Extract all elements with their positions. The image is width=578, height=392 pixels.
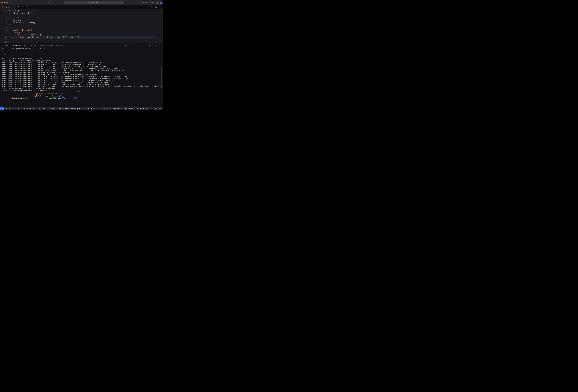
svg-rect-7 — [153, 2, 154, 2]
code-line: fn app() -> Element { — [9, 29, 156, 31]
status-bar: main* Launchpad 0 0 0 Live Share 5 hrs 1… — [0, 107, 163, 110]
rust-analyzer[interactable]: rust-analyzer — [71, 108, 80, 109]
close-window[interactable] — [1, 1, 3, 3]
code-editor[interactable]: 123456789101112 use dioxus::prelude::*; … — [0, 12, 163, 43]
svg-point-14 — [6, 109, 6, 109]
code-line: use dioxus::prelude::*; — [9, 12, 156, 14]
status-language[interactable]: Rust — [107, 108, 110, 109]
gear-icon[interactable]: 2 — [159, 1, 161, 3]
nav-back[interactable] — [47, 1, 50, 4]
panel-tab-terminal[interactable]: TERMINAL — [13, 45, 20, 46]
compare-changes-icon[interactable] — [151, 6, 153, 8]
svg-point-17 — [18, 109, 18, 109]
line-gutter: 123456789101112 — [0, 12, 9, 43]
panel-tab-ports[interactable]: PORTS — [39, 45, 44, 46]
layout-icon[interactable] — [152, 1, 154, 3]
code-line-current: button { onclick: move |_| { panic!("oop… — [9, 36, 156, 39]
eye-icon[interactable] — [146, 107, 148, 110]
svg-point-26 — [150, 108, 151, 109]
vim-mode[interactable]: INSERT - word — [82, 108, 94, 109]
rust-file-icon: ⚙ — [2, 6, 4, 8]
split-terminal-icon[interactable] — [148, 44, 150, 47]
split-editor-icon[interactable] — [155, 6, 157, 8]
svg-point-0 — [89, 2, 91, 3]
nav-forward[interactable] — [50, 1, 53, 4]
chevron-down-icon[interactable]: ⌄ — [128, 44, 130, 47]
code-line — [9, 26, 156, 29]
code-line: rsx! { — [9, 31, 156, 34]
panel-tab-debug-console[interactable]: DEBUG CONSOLE — [23, 45, 36, 46]
svg-point-16 — [18, 108, 18, 108]
more-icon[interactable]: ⋯ — [155, 44, 157, 47]
close-panel-icon[interactable]: × — [159, 44, 161, 47]
editor-tabs: ⚙ main.rs U × ⚙ Cargo.toml U ⋯ — [0, 5, 163, 9]
symbol-icon: ◇ — [14, 10, 16, 11]
breadcrumb[interactable]: src › ⚙ main.rs › ◇ app — [0, 9, 163, 12]
graph-icon[interactable] — [17, 107, 19, 110]
more-actions-icon[interactable]: ⋯ — [159, 6, 161, 8]
live-share[interactable]: Live Share — [47, 108, 56, 109]
search-text: app-demo — [92, 1, 99, 3]
panel-tab-comments[interactable]: COMMENTS — [2, 45, 10, 46]
svg-point-9 — [156, 2, 157, 2]
search-icon — [89, 1, 91, 3]
bottom-panel: COMMENTS TERMINAL DEBUG CONSOLE PORTS GI… — [0, 43, 163, 107]
svg-rect-3 — [142, 2, 144, 3]
gear-file-icon: ⚙ — [18, 6, 20, 8]
code-line: dioxus::launch(app); — [9, 22, 156, 24]
svg-point-15 — [6, 108, 7, 108]
status-eol[interactable]: LF — [103, 108, 105, 109]
scrollbar[interactable] — [161, 67, 162, 88]
code-line: } — [9, 41, 156, 43]
svg-rect-6 — [152, 2, 153, 3]
svg-rect-8 — [153, 2, 154, 3]
svg-rect-4 — [145, 2, 147, 3]
svg-point-2 — [138, 2, 138, 3]
new-terminal-icon[interactable]: ＋ — [125, 44, 127, 47]
tab-main-rs[interactable]: ⚙ main.rs U × — [0, 5, 16, 9]
minimap[interactable] — [158, 12, 163, 43]
terminal-output[interactable]: 20:51:58 [web] panicked at src/main.rs:1… — [0, 47, 163, 107]
svg-point-25 — [146, 108, 147, 109]
vscode-window: app-demo ▾ 1 2 ⚙ main.rs — [0, 0, 163, 110]
ports-forwarded[interactable]: 0 — [42, 108, 45, 109]
copilot-icon[interactable] — [136, 1, 139, 3]
maximize-window[interactable] — [6, 1, 8, 3]
svg-point-1 — [137, 2, 138, 3]
panel-bottom-icon[interactable] — [145, 1, 147, 3]
remote-indicator[interactable] — [0, 107, 4, 110]
code-line: } — [9, 24, 156, 27]
code-line — [9, 14, 156, 17]
svg-point-13 — [6, 108, 6, 108]
code-line: fn main() { — [9, 19, 156, 22]
titlebar: app-demo ▾ 1 2 — [0, 0, 163, 5]
git-branch[interactable]: main* — [5, 108, 11, 109]
tab-cargo-toml[interactable]: ⚙ Cargo.toml U — [16, 5, 33, 9]
panel-tabs: COMMENTS TERMINAL DEBUG CONSOLE PORTS GI… — [0, 44, 163, 47]
launchpad[interactable]: Launchpad — [21, 108, 31, 109]
terminal-selector[interactable]: 1: dx⌄ — [132, 45, 146, 46]
panel-right-icon[interactable] — [149, 1, 151, 3]
svg-point-23 — [82, 108, 83, 109]
bell-icon[interactable] — [159, 107, 161, 110]
close-tab-icon[interactable]: × — [13, 6, 14, 8]
cloud-sync-icon[interactable] — [13, 107, 15, 110]
accounts-icon[interactable]: 1 — [155, 1, 158, 3]
wakatime[interactable]: 5 hrs 15 mins — [58, 108, 69, 109]
command-center[interactable]: app-demo — [64, 1, 124, 4]
supermaven-status[interactable]: Supermaven Pro: app-demo — [124, 108, 144, 109]
codelens-run-debug[interactable]: ▶ Run | Debug — [9, 17, 156, 19]
panel-tab-gitlens[interactable]: GITLENS — [46, 45, 53, 46]
code-line: h1 { "hello dioxus! 🚀" } — [9, 34, 156, 36]
trash-icon[interactable] — [151, 44, 153, 47]
panel-tab-problems[interactable]: PROBLEMS — [55, 45, 64, 46]
minimize-window[interactable] — [4, 1, 5, 3]
panel-left-icon[interactable] — [142, 1, 144, 3]
window-controls — [1, 1, 8, 3]
problems-count[interactable]: 0 0 — [33, 108, 40, 109]
vs-browser[interactable]: VS Browser — [112, 108, 122, 109]
code-line: } — [9, 39, 156, 41]
svg-point-20 — [43, 108, 43, 109]
chevron-down-icon[interactable]: ▾ — [139, 1, 141, 3]
prettier-status[interactable]: Prettier — [150, 108, 157, 109]
